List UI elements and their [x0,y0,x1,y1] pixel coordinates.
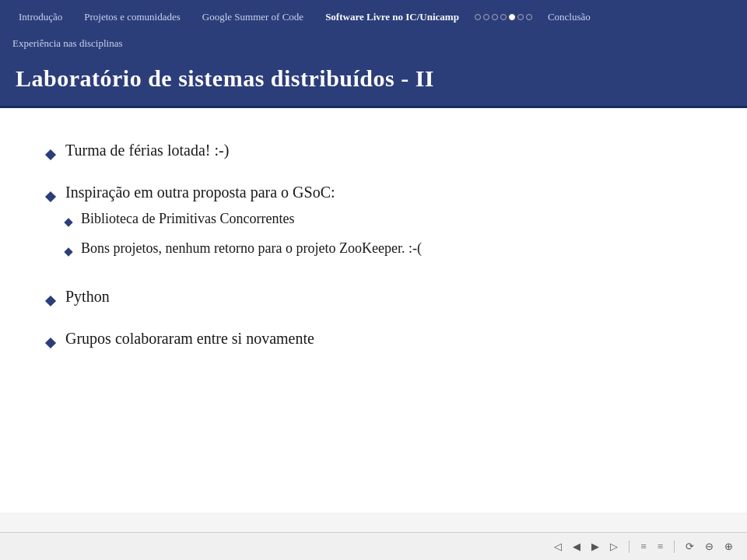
sub-bullet-icon-2 [65,241,72,261]
dot-7[interactable] [526,14,532,20]
bullet-text-4: Grupos colaboraram entre si novamente [65,327,314,349]
zoom-out-icon[interactable]: ⊖ [702,539,717,555]
diamond-icon-3 [45,296,56,306]
bullet-item-4: Grupos colaboraram entre si novamente [47,327,700,352]
bullet-text-3: Python [65,285,110,307]
dot-6[interactable] [517,14,524,20]
subtitle-bar: Experiência nas disciplinas [0,34,747,54]
sub-diamond-icon-2 [64,248,72,257]
zoom-in-icon[interactable]: ⊕ [721,539,736,555]
bullet-item-2: Inspiração em outra proposta para o GSoC… [47,181,700,268]
diamond-icon-2 [45,191,56,202]
bullet-icon-1 [47,142,54,164]
bullet-text-2: Inspiração em outra proposta para o GSoC… [65,184,335,201]
nav-first-icon[interactable]: ◁ [551,539,565,555]
sub-bullet-icon-1 [65,212,72,231]
nav-item-gsoc[interactable]: Google Summer of Code [191,0,314,34]
slide-title-section: Laboratório de sistemas distribuídos - I… [0,54,747,108]
refresh-icon[interactable]: ⟳ [682,539,697,555]
bullet-icon-4 [47,331,54,352]
nav-item-projetos[interactable]: Projetos e comunidades [73,0,191,34]
bullet-icon-3 [47,289,54,310]
slide-content: Turma de férias lotada! :-) Inspiração e… [0,108,747,513]
outline-icon[interactable]: ≡ [654,539,666,555]
sub-bullet-text-1: Biblioteca de Primitivas Concorrentes [81,209,294,229]
top-navigation: Introdução Projetos e comunidades Google… [0,0,747,34]
nav-item-conclusao[interactable]: Conclusão [537,0,601,34]
bullet-item-3: Python [47,285,700,310]
bottom-toolbar: ◁ ◀ ▶ ▷ ≡ ≡ ⟳ ⊖ ⊕ [0,532,747,560]
slide-dots [470,14,537,20]
nav-item-introducao[interactable]: Introdução [8,0,73,34]
nav-item-software-livre[interactable]: Software Livre no IC/Unicamp [314,0,470,34]
subtitle-text: Experiência nas disciplinas [12,37,123,49]
sub-bullet-text-2: Bons projetos, nenhum retorno para o pro… [81,239,422,258]
sub-bullet-item-2: Bons projetos, nenhum retorno para o pro… [65,239,422,261]
bullet-icon-2 [47,184,54,206]
dot-2[interactable] [483,14,489,20]
bullet-item-1: Turma de férias lotada! :-) [47,139,700,164]
toolbar-separator-1 [629,541,630,553]
bullet-2-content: Inspiração em outra proposta para o GSoC… [65,181,422,268]
sub-bullet-item-1: Biblioteca de Primitivas Concorrentes [65,209,422,231]
diamond-icon-1 [45,149,56,160]
nav-next-icon[interactable]: ▶ [588,539,602,555]
sub-bullet-list: Biblioteca de Primitivas Concorrentes Bo… [65,209,422,261]
bullet-text-1: Turma de férias lotada! :-) [65,139,229,161]
toolbar-separator-2 [674,541,675,553]
main-bullet-list: Turma de férias lotada! :-) Inspiração e… [47,139,700,352]
list-icon[interactable]: ≡ [637,539,649,555]
dot-5-active[interactable] [509,14,515,20]
slide-title: Laboratório de sistemas distribuídos - I… [16,65,731,92]
dot-4[interactable] [500,14,507,20]
nav-prev-icon[interactable]: ◀ [570,539,584,555]
diamond-icon-4 [45,338,56,348]
nav-last-icon[interactable]: ▷ [607,539,621,555]
dot-3[interactable] [492,14,498,20]
sub-diamond-icon-1 [64,218,72,226]
dot-1[interactable] [475,14,481,20]
